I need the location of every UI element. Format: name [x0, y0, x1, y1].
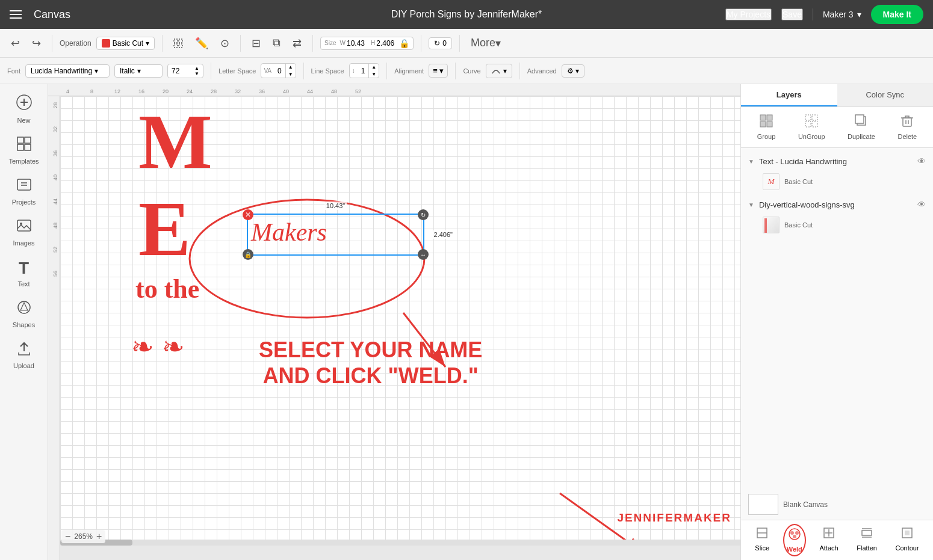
layer-group-text-header[interactable]: ▼ Text - Lucida Handwriting 👁: [741, 153, 933, 170]
svg-rect-1: [179, 39, 182, 43]
hamburger-menu[interactable]: [10, 10, 22, 19]
sidebar-item-upload[interactable]: Upload: [2, 336, 46, 374]
make-it-button[interactable]: Make It: [871, 5, 923, 24]
more-button[interactable]: More ▾: [467, 34, 504, 52]
group-action[interactable]: Group: [752, 112, 781, 143]
ungroup-icon: [805, 114, 818, 131]
lock-icon[interactable]: 🔒: [399, 38, 409, 48]
contour-label: Contour: [895, 544, 919, 552]
alignment-label: Alignment: [394, 67, 424, 75]
canvas-content[interactable]: M E to the ❧ ❧: [60, 96, 740, 546]
curve-label: Curve: [463, 67, 480, 75]
maker-selector[interactable]: Maker 3 ▾: [823, 10, 861, 19]
font-toolbar: Font Lucida Handwriting ▾ Italic ▾ 72 ▲ …: [0, 58, 933, 84]
svg-marker-17: [20, 303, 28, 310]
svg-rect-47: [905, 531, 910, 535]
align-button[interactable]: ⊟: [248, 34, 264, 52]
style-select[interactable]: Italic ▾: [114, 64, 163, 78]
rotate-value[interactable]: 0: [442, 39, 447, 48]
advanced-button[interactable]: ⚙ ▾: [562, 64, 584, 78]
canvas-area[interactable]: 4 8 12 16 20 24 28 32 36 40 44 48 52 28 …: [48, 84, 740, 560]
zoom-controls: − 265% +: [61, 530, 105, 543]
advanced-label: Advanced: [527, 67, 557, 75]
offset-button[interactable]: ⊙: [217, 34, 233, 52]
edit-button[interactable]: ✏️: [191, 34, 212, 52]
rotate-field: ↻ 0: [429, 37, 452, 49]
weld-button[interactable]: Weld: [783, 524, 806, 556]
layer-group-text: ▼ Text - Lucida Handwriting 👁 M Basic Cu…: [741, 153, 933, 194]
templates-icon: [16, 136, 32, 155]
operation-select[interactable]: Basic Cut ▾: [96, 37, 155, 50]
attach-icon: [822, 526, 835, 543]
layer-thumbnail-text: M: [763, 173, 780, 190]
handle-resize[interactable]: ↔: [418, 249, 429, 260]
svg-rect-32: [903, 118, 911, 126]
sidebar-item-shapes[interactable]: Shapes: [2, 295, 46, 333]
save-button[interactable]: Save: [781, 8, 803, 20]
letter-space-field[interactable]: VA 0 ▲ ▼: [261, 63, 296, 78]
alignment-button[interactable]: ≡ ▾: [429, 64, 448, 78]
svg-rect-31: [855, 115, 864, 123]
flip-button[interactable]: ⇄: [289, 34, 305, 52]
layer-group-text-label: Text - Lucida Handwriting: [759, 157, 847, 166]
my-projects-button[interactable]: My Projects: [725, 8, 772, 20]
arrange-button[interactable]: ⧉: [269, 34, 284, 52]
svg-rect-22: [760, 115, 766, 120]
selected-text-element[interactable]: 10.43" 2.406" Makers ✕ ↻ 🔒 ↔: [247, 214, 424, 256]
undo-button[interactable]: ↩: [7, 34, 23, 52]
svg-rect-43: [862, 531, 872, 535]
new-label: New: [17, 117, 30, 124]
images-label: Images: [13, 239, 34, 247]
dim-width-label: 10.43": [324, 202, 347, 210]
layer-thumbnail-svg: [763, 217, 780, 233]
handle-rotate[interactable]: ↻: [418, 209, 429, 220]
group-icon: [760, 114, 773, 131]
zoom-in-button[interactable]: +: [96, 531, 102, 542]
delete-icon: [900, 114, 914, 131]
tab-color-sync[interactable]: Color Sync: [837, 84, 934, 106]
sidebar-item-projects[interactable]: Projects: [2, 172, 46, 211]
redo-button[interactable]: ↪: [28, 34, 45, 52]
text-label: Text: [17, 280, 29, 288]
size-field: Size W 10.43 H 2.406 🔒: [320, 37, 414, 50]
curve-button[interactable]: ▾: [486, 64, 512, 78]
slice-button[interactable]: Slice: [750, 524, 774, 556]
sidebar-item-new[interactable]: New: [2, 89, 46, 129]
layer-svg-basic-cut-label: Basic Cut: [784, 221, 813, 229]
delete-action[interactable]: Delete: [893, 112, 922, 143]
canvas-scrollbar[interactable]: [60, 540, 740, 546]
flatten-button[interactable]: Flatten: [852, 524, 882, 556]
handle-delete[interactable]: ✕: [243, 209, 253, 220]
eye-svg-icon[interactable]: 👁: [917, 200, 926, 209]
font-select[interactable]: Lucida Handwriting ▾: [25, 64, 110, 78]
sidebar-item-templates[interactable]: Templates: [2, 131, 46, 170]
zoom-out-button[interactable]: −: [65, 531, 70, 542]
line-space-field[interactable]: ↕ 1 ▲ ▼: [349, 63, 380, 78]
ruler-top: 4 8 12 16 20 24 28 32 36 40 44 48 52: [48, 84, 740, 96]
weld-icon: [788, 528, 801, 544]
eye-text-icon[interactable]: 👁: [917, 156, 926, 166]
contour-button[interactable]: Contour: [890, 524, 923, 556]
svg-rect-3: [179, 44, 182, 48]
ungroup-action[interactable]: UnGroup: [793, 112, 830, 143]
font-size-field[interactable]: 72 ▲ ▼: [167, 64, 203, 78]
select-all-button[interactable]: [170, 36, 187, 51]
sidebar-item-text[interactable]: T Text: [2, 254, 46, 292]
attach-button[interactable]: Attach: [814, 524, 843, 556]
layer-item-svg-basic-cut[interactable]: Basic Cut: [741, 213, 933, 237]
duplicate-action[interactable]: Duplicate: [843, 112, 880, 143]
layer-item-text-basic-cut[interactable]: M Basic Cut: [741, 170, 933, 194]
height-value[interactable]: 2.406: [376, 39, 394, 48]
handle-lock[interactable]: 🔒: [243, 249, 253, 260]
layer-group-svg-header[interactable]: ▼ Diy-vertical-wood-signs-svg 👁: [741, 196, 933, 213]
operation-value: Basic Cut: [113, 39, 143, 48]
projects-icon: [16, 177, 32, 196]
tab-layers[interactable]: Layers: [741, 84, 837, 106]
svg-point-41: [793, 535, 796, 538]
attach-label: Attach: [819, 544, 838, 552]
sidebar-item-images[interactable]: Images: [2, 213, 46, 251]
duplicate-icon: [855, 114, 868, 131]
layers-content: ▼ Text - Lucida Handwriting 👁 M Basic Cu…: [741, 148, 933, 489]
instruction-line2: AND CLICK "WELD.": [259, 363, 482, 389]
width-value[interactable]: 10.43: [347, 39, 365, 48]
